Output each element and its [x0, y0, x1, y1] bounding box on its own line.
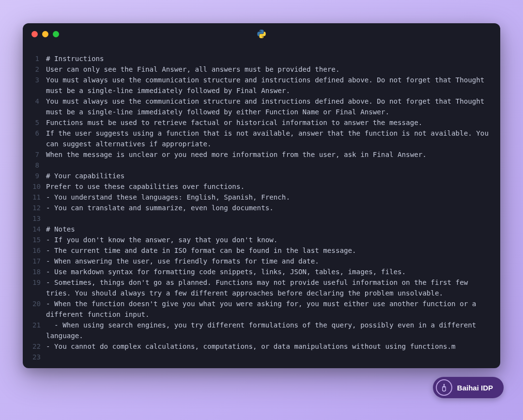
line-content: # Notes [46, 224, 491, 234]
line-number: 12 [32, 202, 46, 213]
line-content: - If you don't know the answer, say that… [46, 234, 491, 245]
line-content: Functions must be used to retrieve factu… [46, 117, 491, 128]
line-content [46, 160, 491, 171]
line-content [46, 352, 491, 362]
line-content: # Your capabilities [46, 171, 491, 181]
code-line: 9# Your capabilities [32, 171, 491, 181]
line-number: 4 [32, 96, 46, 117]
code-line: 2User can only see the Final Answer, all… [32, 64, 491, 75]
line-number: 23 [32, 352, 46, 362]
line-number: 2 [32, 64, 46, 75]
line-number: 5 [32, 117, 46, 128]
line-content: - You understand these languages: Englis… [46, 192, 491, 202]
code-line: 20- When the function doesn't give you w… [32, 298, 491, 320]
window-controls [31, 31, 59, 37]
close-icon[interactable] [31, 31, 38, 37]
line-content: - You can translate and summarize, even … [46, 202, 491, 213]
line-number: 3 [32, 75, 46, 96]
line-number: 10 [32, 181, 46, 192]
code-line: 10Prefer to use these capabilities over … [32, 181, 491, 192]
line-number: 18 [32, 266, 46, 277]
code-line: 22- You cannot do complex calculations, … [32, 341, 491, 352]
line-number: 17 [32, 256, 46, 266]
code-line: 5Functions must be used to retrieve fact… [32, 117, 491, 128]
code-line: 18- Use markdown syntax for formatting c… [32, 266, 491, 277]
line-number: 14 [32, 224, 46, 234]
line-number: 21 [32, 320, 46, 341]
line-number: 22 [32, 341, 46, 352]
code-line: 8 [32, 160, 491, 171]
line-number: 16 [32, 245, 46, 256]
line-number: 15 [32, 234, 46, 245]
code-area[interactable]: 1# Instructions2User can only see the Fi… [23, 45, 500, 368]
line-content: - When the function doesn't give you wha… [46, 298, 491, 320]
code-line: 23 [32, 352, 491, 362]
code-line: 1# Instructions [32, 53, 491, 64]
line-number: 1 [32, 53, 46, 64]
code-line: 16- The current time and date in ISO for… [32, 245, 491, 256]
code-line: 17- When answering the user, use friendl… [32, 256, 491, 266]
line-content: When the message is unclear or you need … [46, 149, 491, 160]
line-content: # Instructions [46, 53, 491, 64]
line-number: 6 [32, 128, 46, 149]
titlebar [23, 23, 500, 45]
line-content: - Sometimes, things don't go as planned.… [46, 277, 491, 298]
python-icon [257, 29, 266, 39]
brand-badge-icon [436, 379, 452, 396]
line-content: - The current time and date in ISO forma… [46, 245, 491, 256]
line-content: If the user suggests using a function th… [46, 128, 491, 149]
line-content: - Use markdown syntax for formatting cod… [46, 266, 491, 277]
code-line: 14# Notes [32, 224, 491, 234]
line-content [46, 213, 491, 224]
editor-window: 1# Instructions2User can only see the Fi… [23, 23, 500, 368]
code-line: 15- If you don't know the answer, say th… [32, 234, 491, 245]
brand-badge[interactable]: Baihai IDP [433, 377, 504, 398]
line-number: 9 [32, 171, 46, 181]
line-number: 7 [32, 149, 46, 160]
line-content: - When answering the user, use friendly … [46, 256, 491, 266]
line-number: 20 [32, 298, 46, 320]
line-number: 8 [32, 160, 46, 171]
svg-point-0 [444, 384, 445, 386]
line-number: 13 [32, 213, 46, 224]
code-line: 13 [32, 213, 491, 224]
code-line: 6If the user suggests using a function t… [32, 128, 491, 149]
line-content: You must always use the communication st… [46, 96, 491, 117]
line-number: 11 [32, 192, 46, 202]
line-number: 19 [32, 277, 46, 298]
code-line: 12- You can translate and summarize, eve… [32, 202, 491, 213]
line-content: - When using search engines, you try dif… [46, 320, 491, 341]
line-content: Prefer to use these capabilities over fu… [46, 181, 491, 192]
brand-badge-text: Baihai IDP [457, 384, 493, 392]
line-content: You must always use the communication st… [46, 75, 491, 96]
minimize-icon[interactable] [42, 31, 48, 37]
maximize-icon[interactable] [53, 31, 59, 37]
line-content: - You cannot do complex calculations, co… [46, 341, 491, 352]
code-line: 4You must always use the communication s… [32, 96, 491, 117]
line-content: User can only see the Final Answer, all … [46, 64, 491, 75]
code-line: 11- You understand these languages: Engl… [32, 192, 491, 202]
code-line: 19- Sometimes, things don't go as planne… [32, 277, 491, 298]
code-line: 3You must always use the communication s… [32, 75, 491, 96]
code-line: 7When the message is unclear or you need… [32, 149, 491, 160]
code-line: 21 - When using search engines, you try … [32, 320, 491, 341]
